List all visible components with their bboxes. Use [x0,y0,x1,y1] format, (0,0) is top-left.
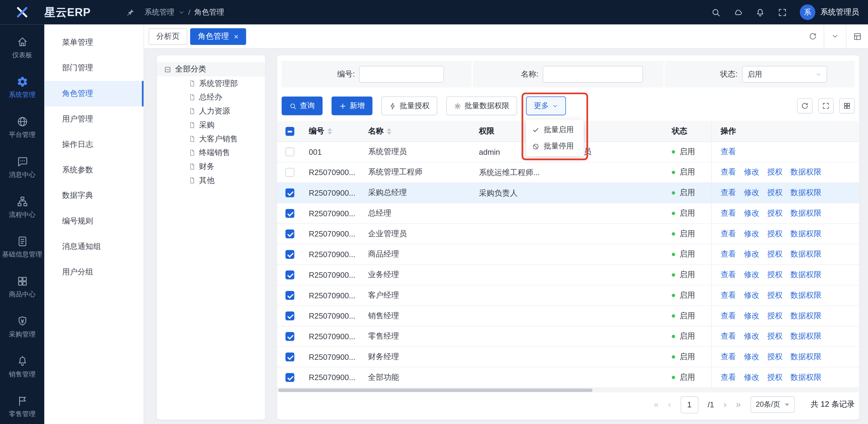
tree-node-人力资源[interactable]: 人力资源 [157,104,265,118]
sidebar-item-仪表板[interactable]: 仪表板 [0,27,44,67]
op-link-查看[interactable]: 查看 [720,270,736,280]
op-link-授权[interactable]: 授权 [767,352,783,362]
op-link-数据权限[interactable]: 数据权限 [790,372,822,383]
refresh-table-button[interactable] [797,98,813,114]
sidebar-item-系统管理[interactable]: 系统管理 [0,67,44,107]
op-link-授权[interactable]: 授权 [767,188,783,198]
op-link-修改[interactable]: 修改 [744,208,759,218]
current-page[interactable]: 1 [681,396,699,414]
minus-square-icon[interactable] [164,66,172,73]
add-button[interactable]: 新增 [331,96,372,115]
op-link-数据权限[interactable]: 数据权限 [790,270,822,280]
op-link-数据权限[interactable]: 数据权限 [790,311,822,321]
tree-node-总经办[interactable]: 总经办 [157,90,265,104]
sidebar-item-销售管理[interactable]: 销售管理 [0,346,44,387]
row-checkbox[interactable] [285,250,294,259]
op-link-修改[interactable]: 修改 [744,270,759,280]
row-checkbox[interactable] [285,353,294,361]
select-all-checkbox[interactable] [285,127,294,135]
first-page-button[interactable]: « [654,400,658,409]
tree-node-大客户销售[interactable]: 大客户销售 [157,132,265,146]
filter-no-input[interactable] [359,66,444,83]
more-menu-item-批量启用[interactable]: 批量启用 [526,121,584,138]
row-checkbox[interactable] [285,373,294,382]
tab-角色管理[interactable]: 角色管理× [190,28,246,44]
op-link-数据权限[interactable]: 数据权限 [790,168,822,178]
column-settings-button[interactable] [839,98,855,114]
op-link-授权[interactable]: 授权 [767,249,783,260]
op-link-查看[interactable]: 查看 [720,188,736,198]
tree-node-系统管理部[interactable]: 系统管理部 [157,77,265,91]
submenu-item-系统参数[interactable]: 系统参数 [44,157,144,183]
op-link-数据权限[interactable]: 数据权限 [790,249,822,260]
pin-icon[interactable] [126,8,134,17]
op-link-授权[interactable]: 授权 [767,168,783,178]
submenu-item-角色管理[interactable]: 角色管理 [44,81,144,106]
op-link-修改[interactable]: 修改 [744,291,759,300]
op-link-数据权限[interactable]: 数据权限 [790,291,822,300]
column-header-名称[interactable]: 名称 [361,121,472,142]
more-button[interactable]: 更多 [526,96,566,115]
app-logo[interactable] [0,5,44,20]
tab-refresh-button[interactable] [801,25,824,49]
sidebar-item-流程中心[interactable]: 流程中心 [0,187,44,227]
filter-name-input[interactable] [543,66,643,83]
tab-layout-button[interactable] [846,25,868,49]
table-row-企业管理员[interactable]: R25070900...企业管理员启用查看修改授权数据权限 [277,224,859,244]
row-checkbox[interactable] [285,148,294,156]
tree-root-node[interactable]: 全部分类 [157,62,265,77]
sidebar-item-基础信息管理[interactable]: 基础信息管理 [0,227,44,267]
tab-menu-button[interactable] [824,25,846,49]
submenu-item-用户分组[interactable]: 用户分组 [44,260,144,285]
op-link-修改[interactable]: 修改 [744,372,759,383]
op-link-查看[interactable]: 查看 [720,208,736,218]
row-checkbox[interactable] [285,270,294,279]
page-size-select[interactable]: 20条/页 [750,396,795,413]
select-all-cell[interactable] [277,121,302,142]
op-link-数据权限[interactable]: 数据权限 [790,208,822,218]
op-link-修改[interactable]: 修改 [744,229,759,239]
op-link-修改[interactable]: 修改 [744,168,759,178]
batch-data-permission-button[interactable]: 批量数据权限 [446,96,517,115]
bell-icon[interactable] [755,7,765,17]
sidebar-item-平台管理[interactable]: 平台管理 [0,107,44,147]
op-link-授权[interactable]: 授权 [767,372,783,383]
op-link-数据权限[interactable]: 数据权限 [790,352,822,362]
submenu-item-消息通知组[interactable]: 消息通知组 [44,234,144,259]
row-checkbox[interactable] [285,332,294,341]
more-menu-item-批量停用[interactable]: 批量停用 [526,138,584,155]
sidebar-item-采购管理[interactable]: 采购管理 [0,306,44,346]
submenu-item-部门管理[interactable]: 部门管理 [44,55,144,81]
breadcrumb-section[interactable]: 系统管理 [145,7,175,17]
op-link-查看[interactable]: 查看 [720,229,736,239]
table-row-全部功能[interactable]: R25070900...全部功能启用查看修改授权数据权限 [277,367,859,388]
table-row-零售经理[interactable]: R25070900...零售经理启用查看修改授权数据权限 [277,327,859,347]
last-page-button[interactable]: » [736,400,741,409]
filter-status-select[interactable]: 启用 [742,66,827,83]
table-row-系统管理工程师[interactable]: R25070900...系统管理工程师系统运维工程师...启用查看修改授权数据权… [277,162,859,183]
op-link-数据权限[interactable]: 数据权限 [790,229,822,239]
op-link-查看[interactable]: 查看 [720,291,736,300]
submenu-item-用户管理[interactable]: 用户管理 [44,106,144,132]
row-checkbox[interactable] [285,312,294,321]
table-row-业务经理[interactable]: R25070900...业务经理启用查看修改授权数据权限 [277,265,859,285]
op-link-数据权限[interactable]: 数据权限 [790,331,822,341]
submenu-item-数据字典[interactable]: 数据字典 [44,183,144,208]
op-link-查看[interactable]: 查看 [720,331,736,341]
submenu-item-编号规则[interactable]: 编号规则 [44,208,144,234]
sidebar-item-零售管理[interactable]: 零售管理 [0,387,44,424]
row-checkbox[interactable] [285,168,294,177]
sidebar-item-消息中心[interactable]: 消息中心 [0,147,44,187]
op-link-修改[interactable]: 修改 [744,311,759,321]
tab-分析页[interactable]: 分析页 [148,28,187,44]
user-menu[interactable]: 系 系统管理员 [800,4,859,20]
op-link-查看[interactable]: 查看 [720,372,736,383]
submenu-item-菜单管理[interactable]: 菜单管理 [44,30,144,55]
table-row-客户经理[interactable]: R25070900...客户经理启用查看修改授权数据权限 [277,285,859,306]
op-link-查看[interactable]: 查看 [720,249,736,260]
op-link-查看[interactable]: 查看 [720,168,736,178]
scrollbar-thumb[interactable] [278,389,593,392]
sidebar-item-商品中心[interactable]: 商品中心 [0,267,44,306]
table-row-总经理[interactable]: R25070900...总经理启用查看修改授权数据权限 [277,204,859,224]
search-button[interactable]: 查询 [282,96,322,115]
